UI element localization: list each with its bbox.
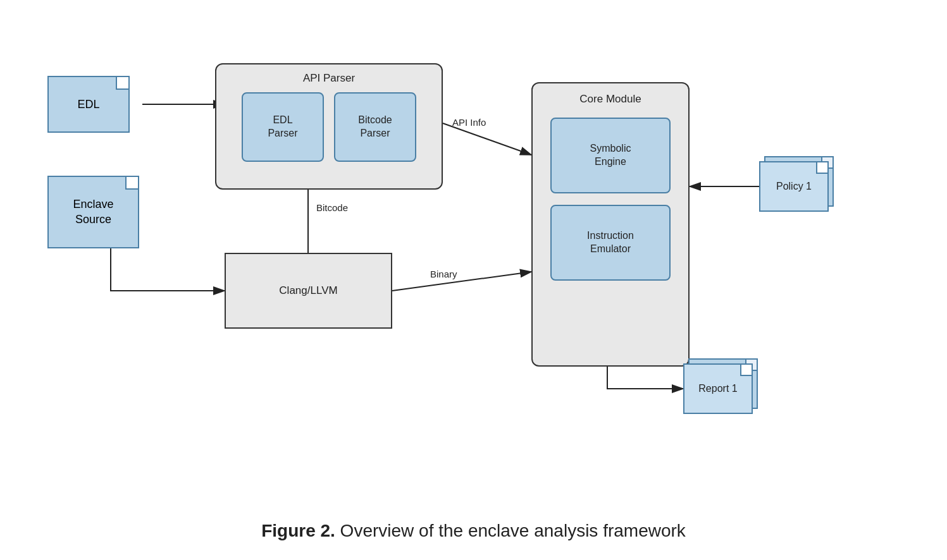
binary-label: Binary — [430, 269, 457, 279]
edl-parser-node: EDLParser — [242, 92, 324, 162]
api-info-label: API Info — [452, 117, 486, 128]
figure-caption: Figure 2. Overview of the enclave analys… — [0, 521, 947, 541]
symbolic-engine-node: SymbolicEngine — [550, 118, 671, 193]
caption-bold: Figure 2. — [261, 521, 335, 540]
svg-line-4 — [443, 123, 531, 155]
diagram: EDL EnclaveSource API Parser EDLParser B… — [0, 0, 947, 442]
api-parser-box: API Parser EDLParser BitcodeParser — [215, 63, 443, 190]
bitcode-parser-node: BitcodeParser — [334, 92, 416, 162]
edl-node: EDL — [47, 76, 130, 133]
bitcode-label: Bitcode — [316, 202, 348, 213]
instruction-emulator-node: InstructionEmulator — [550, 205, 671, 281]
clang-llvm-node: Clang/LLVM — [225, 253, 392, 329]
enclave-source-node: EnclaveSource — [47, 176, 139, 248]
core-module-box: Core Module SymbolicEngine InstructionEm… — [531, 82, 690, 367]
arrows-svg — [0, 0, 947, 442]
caption-regular: Overview of the enclave analysis framewo… — [335, 521, 686, 540]
svg-line-5 — [392, 272, 531, 291]
